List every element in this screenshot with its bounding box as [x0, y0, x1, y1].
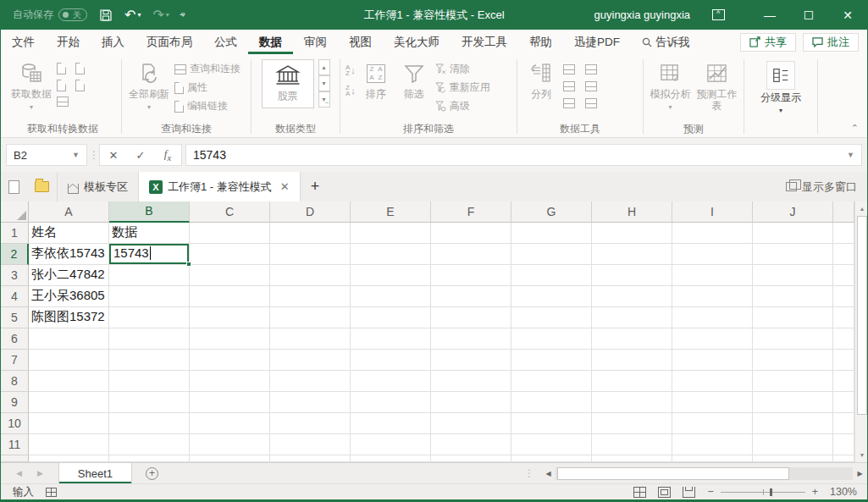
cell-H10[interactable] [592, 413, 672, 434]
get-data-button[interactable]: 获取数据 ▾ [9, 59, 53, 113]
user-name[interactable]: guyingxia guyingxia [594, 8, 690, 21]
workbook-tab[interactable]: X 工作簿1 - 兼容性模式 ✕ [138, 172, 301, 201]
cell-A6[interactable] [29, 328, 109, 350]
cell-D9[interactable] [270, 392, 351, 413]
column-header-G[interactable]: G [511, 201, 592, 223]
expand-formula-bar-icon[interactable]: ▼ [847, 151, 854, 159]
cell-H11[interactable] [592, 434, 672, 455]
show-multiple-windows-button[interactable]: 显示多窗口 [786, 172, 867, 201]
stocks-gallery-button[interactable]: 股票 [262, 59, 314, 108]
cell-B3[interactable] [109, 265, 190, 286]
cell-J2[interactable] [753, 244, 833, 265]
confirm-entry-icon[interactable]: ✓ [127, 149, 154, 162]
consolidate-icon[interactable] [585, 64, 597, 74]
cell-I3[interactable] [672, 265, 753, 286]
save-button[interactable] [99, 8, 113, 22]
cell-J3[interactable] [753, 265, 833, 286]
cell-D11[interactable] [270, 434, 351, 455]
cell-G10[interactable] [511, 413, 592, 434]
what-if-analysis-button[interactable]: ? 模拟分析 ▾ [649, 59, 692, 113]
from-table-icon[interactable] [57, 97, 69, 107]
next-sheet-icon[interactable]: ▶ [37, 469, 43, 477]
manage-data-model-icon[interactable] [585, 98, 597, 108]
cell-I2[interactable] [672, 244, 753, 265]
collapse-ribbon-icon[interactable]: ⌃ [851, 123, 859, 134]
cell-H5[interactable] [592, 307, 672, 328]
queries-connections-button[interactable]: 查询和连接 [174, 62, 240, 76]
cell-I9[interactable] [672, 392, 753, 413]
cell-D8[interactable] [270, 371, 351, 392]
cell-F3[interactable] [431, 265, 511, 286]
row-header-5[interactable]: 5 [1, 307, 29, 328]
cell-A3[interactable]: 张小二47842 [29, 265, 109, 286]
horizontal-scroll-thumb[interactable] [557, 467, 789, 480]
cell-F11[interactable] [431, 434, 511, 455]
cell-C7[interactable] [190, 350, 270, 371]
close-tab-icon[interactable]: ✕ [280, 180, 290, 193]
comments-button[interactable]: 批注 [803, 33, 859, 52]
template-zone-tab[interactable]: 模板专区 [57, 172, 138, 201]
scroll-up-icon[interactable]: ▲ [855, 201, 868, 216]
properties-button[interactable]: 属性 [174, 80, 240, 95]
outline-button[interactable]: 分级显示 ▾ [759, 59, 803, 117]
cell-J1[interactable] [753, 223, 833, 244]
cell-F1[interactable] [431, 223, 511, 244]
name-box-dropdown-icon[interactable]: ▼ [72, 151, 80, 159]
column-header-F[interactable]: F [431, 201, 511, 223]
cell-F5[interactable] [431, 307, 511, 328]
recent-sources-icon[interactable] [75, 63, 85, 74]
previous-sheet-icon[interactable]: ◀ [16, 469, 22, 477]
row-header-11[interactable]: 11 [1, 434, 29, 455]
ribbon-tab-告诉我[interactable]: 告诉我 [631, 30, 701, 54]
column-header-J[interactable]: J [753, 201, 833, 223]
cell-D6[interactable] [270, 328, 351, 350]
cell-G5[interactable] [511, 307, 592, 328]
cell-E8[interactable] [351, 371, 431, 392]
close-button[interactable]: ✕ [828, 0, 867, 30]
normal-view-icon[interactable] [633, 487, 646, 498]
cell-H6[interactable] [592, 328, 672, 350]
cell-B7[interactable] [109, 350, 190, 371]
horizontal-scroll-track[interactable] [556, 467, 853, 480]
horizontal-scrollbar[interactable]: ◀ ▶ [541, 463, 867, 483]
cell-E6[interactable] [351, 328, 431, 350]
sort-button[interactable]: ZAAZ 排序 [359, 59, 393, 100]
sheetbar-drag-handle[interactable]: ⋮ [524, 463, 541, 483]
row-header-9[interactable]: 9 [1, 392, 29, 413]
row-header-3[interactable]: 3 [1, 265, 29, 286]
cell-C11[interactable] [190, 434, 270, 455]
name-box[interactable]: B2 ▼ [6, 144, 87, 166]
scroll-right-icon[interactable]: ▶ [853, 470, 867, 477]
cell-G8[interactable] [511, 371, 592, 392]
row-header-6[interactable]: 6 [1, 328, 29, 350]
cell-I6[interactable] [672, 328, 753, 350]
cell-G4[interactable] [511, 286, 592, 307]
cell-A2[interactable]: 李依依15743 [29, 244, 109, 265]
column-header-C[interactable]: C [190, 201, 270, 223]
cell-J7[interactable] [753, 350, 833, 371]
filter-button[interactable]: 筛选 [396, 59, 432, 100]
from-text-icon[interactable] [57, 63, 66, 74]
cell-H8[interactable] [592, 371, 672, 392]
ribbon-tab-公式[interactable]: 公式 [203, 30, 248, 54]
cell-B9[interactable] [109, 392, 190, 413]
cell-B2[interactable]: 15743 [109, 244, 190, 265]
cell-I10[interactable] [672, 413, 753, 434]
scroll-down-icon[interactable]: ▼ [855, 448, 868, 462]
new-tab-button[interactable]: + [301, 172, 330, 201]
cancel-entry-icon[interactable]: ✕ [100, 149, 127, 162]
zoom-level[interactable]: 130% [830, 486, 857, 498]
cell-I11[interactable] [672, 434, 753, 455]
cell-I7[interactable] [672, 350, 753, 371]
insert-function-icon[interactable]: fx [154, 147, 181, 163]
cell-D5[interactable] [270, 307, 351, 328]
cell-D3[interactable] [270, 265, 351, 286]
cell-G9[interactable] [511, 392, 592, 413]
cell-F2[interactable] [431, 244, 511, 265]
cell-J8[interactable] [753, 371, 833, 392]
formula-bar-input[interactable]: 15743 ▼ [185, 144, 862, 166]
cell-H4[interactable] [592, 286, 672, 307]
flash-fill-icon[interactable] [563, 64, 575, 74]
column-header-I[interactable]: I [672, 201, 753, 223]
cell-J9[interactable] [753, 392, 833, 413]
